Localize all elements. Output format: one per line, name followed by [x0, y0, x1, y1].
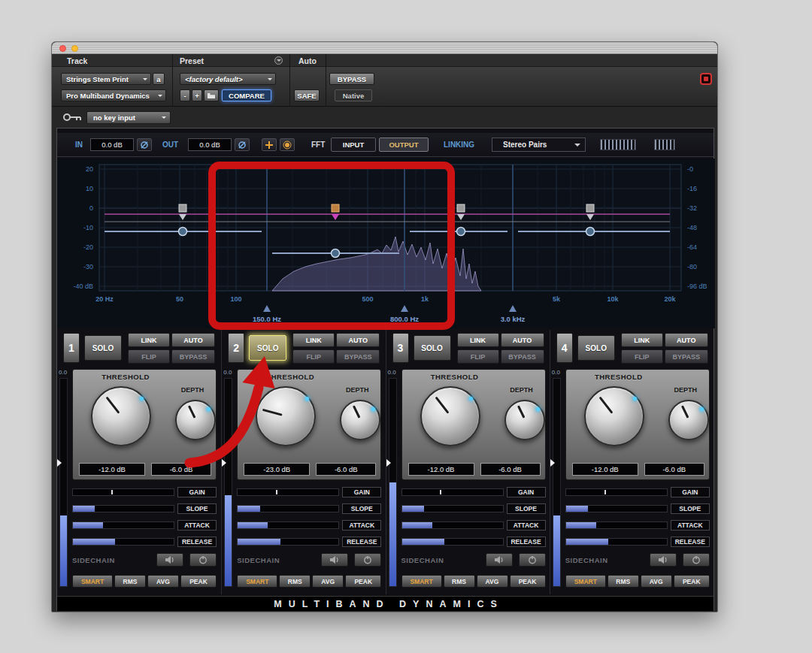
sidechain-listen-button[interactable]: [321, 553, 348, 567]
threshold-arrow-handle[interactable]: [222, 459, 226, 467]
track-selector[interactable]: Strings Stem Print: [61, 73, 151, 85]
sidechain-power-button[interactable]: [519, 553, 546, 567]
key-input-selector[interactable]: no key input: [86, 111, 171, 124]
rms-mode-button[interactable]: RMS: [444, 575, 475, 588]
band-flip-button[interactable]: FLIP: [621, 349, 663, 364]
band-bypass-button[interactable]: BYPASS: [336, 349, 380, 364]
track-letter-button[interactable]: a: [153, 73, 165, 85]
band-link-button[interactable]: LINK: [621, 333, 663, 347]
previous-preset-button[interactable]: -: [180, 89, 190, 101]
peak-mode-button[interactable]: PEAK: [510, 575, 546, 588]
librarian-menu-button[interactable]: [204, 89, 219, 101]
preset-librarian-icon[interactable]: [274, 56, 283, 65]
target-button[interactable]: [700, 73, 712, 85]
release-slider[interactable]: [401, 538, 504, 546]
smart-mode-button[interactable]: SMART: [565, 575, 606, 588]
peak-mode-button[interactable]: PEAK: [674, 575, 710, 588]
node-toggle-button[interactable]: [280, 138, 295, 151]
peak-mode-button[interactable]: PEAK: [180, 575, 217, 588]
band-auto-button[interactable]: AUTO: [665, 333, 708, 347]
fft-input-button[interactable]: INPUT: [331, 138, 376, 152]
sidechain-power-button[interactable]: [354, 553, 381, 567]
release-slider[interactable]: [565, 538, 668, 546]
threshold-knob[interactable]: [91, 386, 151, 446]
preset-selector[interactable]: <factory default>: [180, 73, 276, 85]
band3-gain-handle[interactable]: [457, 204, 465, 212]
band-flip-button[interactable]: FLIP: [128, 349, 170, 364]
band-flip-button[interactable]: FLIP: [292, 349, 335, 364]
depth-knob[interactable]: [340, 400, 380, 440]
threshold-arrow-handle[interactable]: [57, 459, 62, 467]
gain-slider[interactable]: [237, 488, 339, 496]
avg-mode-button[interactable]: AVG: [312, 575, 344, 588]
output-phase-button[interactable]: [235, 138, 250, 151]
band-solo-button[interactable]: SOLO: [84, 335, 122, 361]
attack-slider[interactable]: [565, 521, 668, 529]
threshold-knob[interactable]: [256, 386, 316, 446]
band-auto-button[interactable]: AUTO: [336, 333, 380, 347]
input-phase-button[interactable]: [137, 138, 152, 151]
threshold-arrow-handle[interactable]: [550, 459, 555, 467]
frequency-graph[interactable]: 20 10 0 -10 -20 -30 -40 dB -0 -16 -32 -4…: [57, 159, 715, 328]
depth-readout[interactable]: -6.0 dB: [151, 463, 211, 476]
depth-readout[interactable]: -6.0 dB: [480, 463, 541, 476]
safe-button[interactable]: SAFE: [294, 89, 320, 101]
crosshair-toggle-button[interactable]: [262, 138, 277, 151]
avg-mode-button[interactable]: AVG: [641, 575, 672, 588]
band-bypass-button[interactable]: BYPASS: [665, 349, 708, 364]
band-solo-button[interactable]: SOLO: [577, 335, 615, 361]
threshold-arrow-handle[interactable]: [386, 459, 391, 467]
bypass-button[interactable]: BYPASS: [329, 73, 374, 85]
rms-mode-button[interactable]: RMS: [607, 575, 639, 588]
rms-mode-button[interactable]: RMS: [279, 575, 311, 588]
processing-mode-button[interactable]: Native: [335, 89, 372, 101]
band-link-button[interactable]: LINK: [292, 333, 335, 347]
depth-knob[interactable]: [504, 400, 545, 440]
depth-knob[interactable]: [175, 400, 216, 440]
smart-mode-button[interactable]: SMART: [401, 575, 442, 588]
threshold-readout[interactable]: -23.0 dB: [244, 463, 310, 476]
threshold-readout[interactable]: -12.0 dB: [408, 463, 474, 476]
release-slider[interactable]: [237, 538, 339, 546]
linking-selector[interactable]: Stereo Pairs: [492, 138, 586, 152]
band4-threshold-node[interactable]: [586, 228, 595, 236]
depth-readout[interactable]: -6.0 dB: [644, 463, 704, 476]
threshold-readout[interactable]: -12.0 dB: [79, 463, 145, 476]
band2-threshold-node[interactable]: [332, 249, 340, 258]
sidechain-listen-button[interactable]: [156, 553, 183, 567]
band2-gain-handle[interactable]: [332, 204, 339, 212]
plugin-selector[interactable]: Pro Multiband Dynamics: [61, 89, 166, 101]
attack-slider[interactable]: [401, 521, 504, 529]
band3-threshold-node[interactable]: [457, 228, 465, 236]
sidechain-power-button[interactable]: [189, 553, 217, 567]
avg-mode-button[interactable]: AVG: [147, 575, 179, 588]
threshold-knob[interactable]: [420, 386, 480, 446]
band1-threshold-node[interactable]: [179, 228, 187, 236]
band-auto-button[interactable]: AUTO: [171, 333, 215, 347]
threshold-readout[interactable]: -12.0 dB: [572, 463, 638, 476]
slope-slider[interactable]: [72, 505, 174, 512]
next-preset-button[interactable]: +: [192, 89, 202, 101]
threshold-knob[interactable]: [584, 386, 644, 446]
gain-slider[interactable]: [401, 488, 504, 496]
band4-gain-handle[interactable]: [586, 204, 594, 212]
band-link-button[interactable]: LINK: [128, 333, 170, 347]
sidechain-listen-button[interactable]: [650, 553, 677, 567]
band-bypass-button[interactable]: BYPASS: [171, 349, 215, 364]
gain-slider[interactable]: [72, 488, 174, 496]
fft-output-button[interactable]: OUTPUT: [379, 138, 429, 152]
smart-mode-button[interactable]: SMART: [237, 575, 277, 588]
rms-mode-button[interactable]: RMS: [114, 575, 146, 588]
avg-mode-button[interactable]: AVG: [477, 575, 508, 588]
minimize-window-icon[interactable]: [71, 45, 78, 52]
release-slider[interactable]: [72, 538, 174, 546]
attack-slider[interactable]: [237, 521, 339, 529]
sidechain-listen-button[interactable]: [486, 553, 513, 567]
close-window-icon[interactable]: [59, 45, 66, 52]
slope-slider[interactable]: [565, 505, 668, 512]
input-gain-value[interactable]: 0.0 dB: [90, 138, 134, 151]
band-auto-button[interactable]: AUTO: [501, 333, 544, 347]
band-link-button[interactable]: LINK: [457, 333, 499, 347]
band1-gain-handle[interactable]: [179, 204, 186, 212]
depth-knob[interactable]: [668, 400, 709, 440]
